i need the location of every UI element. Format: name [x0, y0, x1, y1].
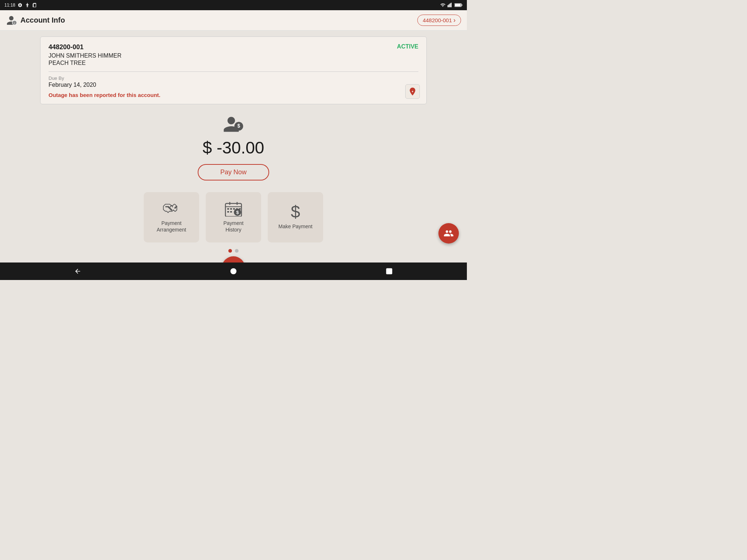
tile-payment-arrangement-label: PaymentArrangement — [157, 220, 186, 233]
wifi-icon — [440, 3, 446, 8]
battery-icon — [454, 3, 462, 8]
svg-rect-1 — [448, 5, 448, 7]
account-badge[interactable]: 448200-001 › — [417, 15, 461, 26]
svg-rect-21 — [233, 208, 235, 210]
status-left: 11:18 — [4, 3, 37, 8]
account-card-top: 448200-001 ACTIVE — [49, 43, 418, 51]
svg-text:i: i — [14, 21, 15, 25]
back-icon — [74, 268, 81, 275]
account-location: PEACH TREE — [49, 60, 418, 66]
nav-recents-button[interactable] — [375, 265, 404, 278]
svg-point-0 — [27, 3, 28, 4]
tiles-row: PaymentArrangement — [144, 192, 323, 242]
account-name: JOHN SMITHERS HIMMER — [49, 52, 418, 59]
app-bar-left: i Account Info — [6, 15, 65, 26]
tile-make-payment[interactable]: $ Make Payment — [268, 192, 323, 242]
sim-icon — [32, 3, 37, 8]
svg-point-30 — [231, 268, 237, 275]
svg-rect-7 — [455, 4, 461, 7]
due-date: February 14, 2020 — [49, 82, 418, 88]
fab-contacts[interactable] — [438, 223, 459, 244]
lightning-pin-icon — [408, 87, 417, 96]
outage-message: Outage has been reported for this accoun… — [49, 92, 418, 98]
chevron-right-icon: › — [453, 16, 456, 24]
account-icon: i — [6, 15, 17, 26]
outage-icon-button[interactable] — [405, 84, 420, 99]
home-circle-icon — [230, 268, 237, 275]
tile-payment-history[interactable]: $ PaymentHistory — [206, 192, 261, 242]
svg-text:$: $ — [237, 123, 240, 129]
svg-rect-31 — [386, 268, 392, 275]
svg-rect-4 — [451, 3, 452, 7]
svg-rect-20 — [230, 208, 232, 210]
account-status: ACTIVE — [397, 43, 418, 50]
account-badge-number: 448200-001 — [423, 17, 452, 23]
accessibility-icon — [25, 3, 30, 8]
balance-amount: $ -30.00 — [203, 138, 264, 158]
calendar-dollar-icon: $ — [225, 202, 242, 216]
svg-rect-2 — [449, 4, 449, 7]
tile-payment-history-label: PaymentHistory — [223, 220, 243, 233]
tile-make-payment-label: Make Payment — [278, 223, 312, 230]
balance-section: $ $ -30.00 Pay Now — [198, 114, 269, 180]
svg-text:$: $ — [291, 205, 300, 220]
settings-icon — [18, 3, 23, 8]
dot-0 — [228, 249, 232, 253]
app-bar-title: Account Info — [20, 16, 65, 24]
svg-rect-3 — [450, 3, 450, 7]
svg-rect-19 — [227, 208, 229, 210]
status-time: 11:18 — [4, 3, 15, 8]
svg-rect-6 — [461, 4, 462, 6]
app-bar: i Account Info 448200-001 › — [0, 10, 467, 31]
svg-text:$: $ — [236, 209, 239, 215]
signal-icon — [448, 3, 453, 8]
recents-icon — [386, 268, 393, 275]
nav-back-button[interactable] — [63, 265, 92, 278]
status-right — [440, 3, 462, 8]
dot-1 — [235, 249, 239, 253]
svg-rect-24 — [227, 211, 229, 213]
main-content: 448200-001 ACTIVE JOHN SMITHERS HIMMER P… — [0, 31, 467, 280]
account-card: 448200-001 ACTIVE JOHN SMITHERS HIMMER P… — [40, 36, 427, 104]
nav-home-button[interactable] — [219, 265, 248, 278]
status-bar: 11:18 — [0, 0, 467, 10]
account-number: 448200-001 — [49, 43, 84, 51]
dollar-icon: $ — [287, 205, 304, 219]
bottom-nav — [0, 262, 467, 280]
pagination-dots — [228, 249, 239, 253]
card-divider — [49, 71, 418, 72]
balance-icon: $ — [222, 114, 244, 134]
handshake-icon — [163, 202, 180, 216]
pay-now-button[interactable]: Pay Now — [198, 164, 269, 180]
due-label: Due By — [49, 75, 418, 81]
tile-payment-arrangement[interactable]: PaymentArrangement — [144, 192, 199, 242]
contacts-icon — [444, 228, 454, 238]
svg-rect-25 — [230, 211, 232, 213]
